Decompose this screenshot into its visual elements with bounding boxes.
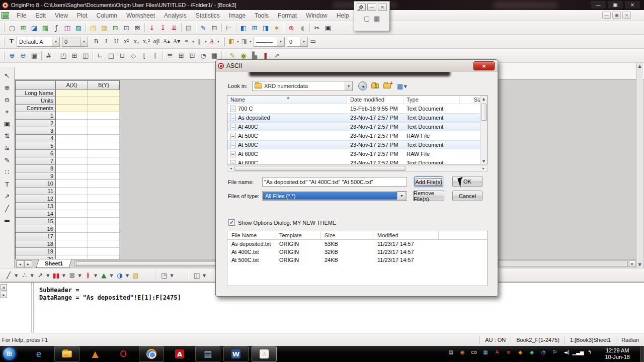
graphbar-axes-l[interactable]: ∟ xyxy=(95,50,106,61)
cell[interactable] xyxy=(88,89,120,97)
menu-column[interactable]: Column xyxy=(92,11,122,21)
toolbar-grip[interactable] xyxy=(4,51,5,60)
graphbar-layer-list[interactable]: ≡ xyxy=(165,50,176,61)
cell[interactable] xyxy=(56,120,88,127)
cell[interactable] xyxy=(88,142,120,150)
plot-column-plot[interactable]: ▮▮ ▾ xyxy=(51,269,66,281)
list-scroll-right-arrow[interactable]: ▸ xyxy=(480,165,487,171)
tab-scroll-right[interactable]: ▸ xyxy=(24,260,32,267)
workspace-vscrollbar[interactable]: ▲ ▼ xyxy=(636,63,643,268)
mini-close-button[interactable]: × xyxy=(378,4,387,11)
toolbar-copy[interactable]: ▣ xyxy=(323,22,334,33)
toolbar-cut[interactable]: ✂ xyxy=(311,22,323,33)
cell[interactable] xyxy=(88,225,120,233)
queue-col-modified[interactable]: Modified xyxy=(373,231,439,239)
tool-region-select[interactable]: ▣ xyxy=(2,118,13,129)
show-desktop-button[interactable] xyxy=(640,346,644,362)
menu-window[interactable]: Window xyxy=(301,11,332,21)
cell[interactable] xyxy=(56,112,88,120)
taskbar-app-vlc[interactable]: ▲ xyxy=(83,346,108,361)
minimize-button[interactable]: — xyxy=(591,1,606,9)
graphbar-date-time[interactable]: ◔ xyxy=(198,50,209,61)
graphbar-rescale-axis[interactable]: # xyxy=(43,50,54,61)
cell[interactable] xyxy=(56,180,88,188)
font-combo[interactable]: Default: A▾ xyxy=(17,37,60,47)
toolbar-color-scale[interactable]: ◖ xyxy=(297,22,308,33)
tool-zoom-out[interactable]: ⊖ xyxy=(2,94,13,105)
plot-merge-graph[interactable]: ◫ ▾ xyxy=(191,269,206,281)
tray-java[interactable]: ≋ xyxy=(505,348,513,356)
hscroll-right-arrow[interactable]: ▸ xyxy=(629,260,636,267)
add-files-button[interactable]: Add File(s) xyxy=(414,176,443,187)
cell[interactable] xyxy=(88,127,120,135)
graphbar-zoom-in-page[interactable]: ⊕ xyxy=(7,50,18,61)
toolbar-new-project[interactable]: ▢ xyxy=(7,22,18,33)
cell[interactable] xyxy=(56,97,88,105)
tray-action-center[interactable]: ⚐ xyxy=(551,348,559,356)
cancel-button[interactable]: Cancel xyxy=(452,191,482,201)
vscroll-up-arrow[interactable]: ▲ xyxy=(638,64,641,68)
cell[interactable] xyxy=(88,172,120,180)
file-row[interactable]: At 400C 23-Nov-17 2:57 PM Text Document xyxy=(227,122,487,131)
toolbar-add-column[interactable]: ⊕ xyxy=(286,22,297,33)
queue-row[interactable]: At 400C.txt ORIGIN 32KB 11/23/17 14:57 xyxy=(227,248,487,256)
script-text[interactable]: SubHeader = DataRange = "As deposited"!E… xyxy=(39,287,181,302)
mdi-restore-button[interactable]: ▣ xyxy=(612,12,621,19)
menu-format[interactable]: Format xyxy=(273,11,301,21)
cell[interactable] xyxy=(88,180,120,188)
cell[interactable] xyxy=(56,135,88,142)
corner-cell[interactable] xyxy=(16,81,56,89)
line-color-button[interactable]: ◨ xyxy=(239,37,249,47)
toolbar-new-workbook[interactable]: ⊞ xyxy=(18,22,29,33)
sheet-tab[interactable]: Sheet1 xyxy=(36,259,72,268)
cell[interactable] xyxy=(56,172,88,180)
format-greek[interactable]: αβ xyxy=(151,37,162,47)
menu-statistics[interactable]: Statistics xyxy=(191,11,224,21)
queue-row[interactable]: As deposited.txt ORIGIN 53KB 11/23/17 14… xyxy=(227,240,487,248)
tool-text-tool[interactable]: T xyxy=(2,178,13,190)
file-row[interactable]: 700 C 15-Feb-18 9:55 PM Text Document xyxy=(227,104,487,113)
cell[interactable] xyxy=(56,127,88,135)
file-list-vscrollbar[interactable]: ▲ ▼ xyxy=(480,96,487,164)
cell[interactable] xyxy=(56,157,88,165)
cell[interactable] xyxy=(88,157,120,165)
dialog-close-button[interactable]: × xyxy=(473,61,495,70)
plot-line-plot[interactable]: ╱ ▾ xyxy=(3,269,18,281)
format-bold[interactable]: B xyxy=(91,37,101,47)
cell[interactable] xyxy=(88,218,120,225)
toolbar-open[interactable]: ▤ xyxy=(88,22,99,33)
tray-bluestacks[interactable]: ▦ xyxy=(481,348,490,356)
taskbar-app-chrome[interactable]: ● xyxy=(139,346,164,361)
menu-image[interactable]: Image xyxy=(224,11,250,21)
cell[interactable] xyxy=(88,105,120,112)
show-options-checkbox[interactable]: ✓ xyxy=(228,219,235,226)
cell[interactable] xyxy=(88,135,120,142)
file-row[interactable]: At 500C 23-Nov-17 2:57 PM RAW File xyxy=(227,131,487,140)
column-header-a[interactable]: A(X) xyxy=(56,81,88,89)
remove-files-button[interactable]: Remove File(s) xyxy=(413,191,444,201)
menu-view[interactable]: View xyxy=(50,11,72,21)
border-button[interactable]: ▭ xyxy=(308,37,318,47)
mdi-close-button[interactable]: × xyxy=(622,12,631,19)
file-list-hscrollbar[interactable]: ◂ ⋯ ▸ xyxy=(227,165,488,172)
tray-avast[interactable]: ◆ xyxy=(516,348,524,356)
vscroll-down-arrow[interactable]: ▼ xyxy=(638,262,641,267)
views-icon[interactable]: ▦▾ xyxy=(394,80,410,92)
toolbar-options-gear[interactable]: ∗ xyxy=(271,22,282,33)
back-icon[interactable]: ◂ xyxy=(357,80,368,92)
mini-add-worksheet[interactable]: ▦ xyxy=(374,15,380,22)
toolbar-project-explorer[interactable]: ⊢ xyxy=(223,22,234,33)
list-vscroll-thumb[interactable] xyxy=(481,104,487,121)
tool-annotation[interactable]: ∷ xyxy=(2,166,13,177)
toolbar-import-multiple-ascii[interactable]: ⇊ xyxy=(169,22,180,33)
format-decrease-font[interactable]: A▾ xyxy=(172,37,182,47)
queue-col-size[interactable]: Size xyxy=(320,231,373,239)
file-row[interactable]: As deposited 23-Nov-17 2:57 PM Text Docu… xyxy=(227,113,487,122)
cell[interactable] xyxy=(56,150,88,157)
font-color-button[interactable]: A xyxy=(207,37,217,47)
plot-template-library[interactable]: ▧ ▾ xyxy=(130,269,141,281)
script-close-icon[interactable]: × xyxy=(1,284,7,291)
file-row[interactable]: At 600C 23-Nov-17 2:57 PM RAW File xyxy=(227,149,487,158)
graphbar-zoom-out-page[interactable]: ⊖ xyxy=(18,50,29,61)
tool-data-selector[interactable]: ⇅ xyxy=(2,130,13,141)
